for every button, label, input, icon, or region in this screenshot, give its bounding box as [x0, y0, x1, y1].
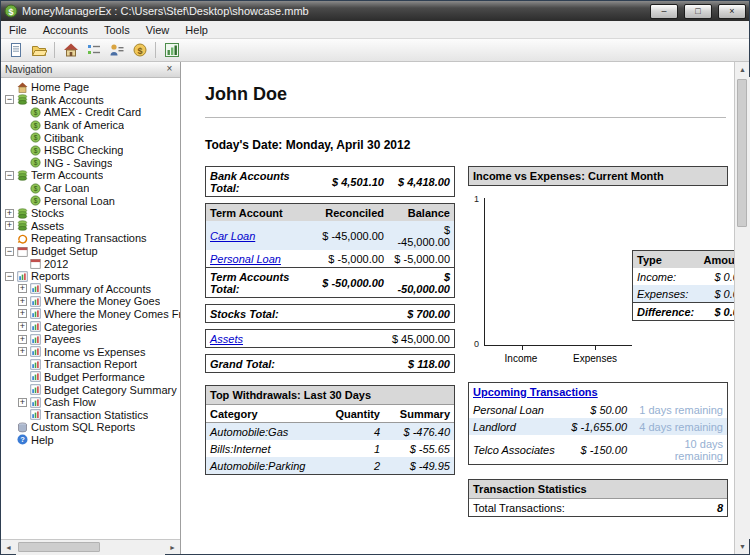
term-accounts-box: Term Account Reconciled Balance Car Loan… [205, 203, 455, 298]
menu-accounts[interactable]: Accounts [35, 22, 96, 38]
assets-table: Assets $ 45,000.00 [206, 330, 454, 347]
tree-item-citibank[interactable]: $Citibank [5, 131, 180, 144]
x-axis-label-income: Income [484, 353, 558, 364]
term-account-link[interactable]: Car Loan [210, 230, 255, 242]
tree-item-label: Stocks [31, 207, 64, 219]
tree-item-2012[interactable]: 2012 [5, 257, 180, 270]
general-reports-icon [164, 42, 180, 58]
scroll-left-icon[interactable]: ◄ [1, 540, 16, 555]
tree-expander-icon[interactable]: + [18, 347, 27, 356]
menu-file[interactable]: File [1, 22, 35, 38]
tree-item-term-accounts[interactable]: −Term Accounts [5, 169, 180, 182]
panel-close-icon[interactable]: × [163, 63, 176, 76]
total-transactions-label: Total Transactions: [469, 499, 695, 516]
tree-expander-icon[interactable]: + [18, 284, 27, 293]
tree-item-label: Categories [44, 321, 97, 333]
general-reports-button[interactable] [160, 40, 183, 61]
home-page-button[interactable] [59, 40, 82, 61]
tree-item-help[interactable]: ?Help [5, 434, 180, 447]
tree-item-label: Budget Setup [31, 245, 98, 257]
menu-help[interactable]: Help [177, 22, 216, 38]
nav-hscroll-track[interactable] [16, 540, 165, 555]
tree-item-label: Cash Flow [44, 396, 96, 408]
close-button[interactable]: × [718, 4, 746, 19]
tree-expander-icon[interactable]: + [18, 398, 27, 407]
maximize-button[interactable]: □ [684, 4, 712, 19]
tree-expander-icon[interactable]: + [5, 209, 14, 218]
withdrawal-category: Automobile:Gas [206, 423, 328, 441]
tree-item-repeating-transactions[interactable]: Repeating Transactions [5, 232, 180, 245]
tree-item-bank-of-america[interactable]: $Bank of America [5, 119, 180, 132]
organize-payees-button[interactable] [105, 40, 128, 61]
tree-item-assets[interactable]: +Assets [5, 220, 180, 233]
tree-item-budget-performance[interactable]: Budget Performance [5, 371, 180, 384]
tree-item-hsbc-checking[interactable]: $HSBC Checking [5, 144, 180, 157]
column-header: Category [206, 405, 328, 423]
upcoming-transactions-link[interactable]: Upcoming Transactions [473, 386, 598, 398]
main-vertical-scrollbar[interactable]: ▲ ▼ [734, 62, 749, 554]
tree-item-home-page[interactable]: Home Page [5, 81, 180, 94]
tree-item-car-loan[interactable]: $Car Loan [5, 182, 180, 195]
tree-expander-icon[interactable]: − [5, 171, 14, 180]
bank-accounts-total-table: Bank Accounts Total: $ 4,501.10 $ 4,418.… [206, 167, 454, 196]
tree-item-label: Assets [31, 220, 64, 232]
organize-currency-button[interactable]: $ [128, 40, 151, 61]
difference-value: $ 0.00 [699, 303, 734, 321]
withdrawal-quantity: 4 [328, 423, 384, 441]
withdrawal-quantity: 2 [328, 457, 384, 474]
tree-item-label: Income vs Expenses [44, 346, 146, 358]
tree-expander-icon[interactable]: + [18, 322, 27, 331]
tree-item-income-vs-expenses[interactable]: +Income vs Expenses [5, 345, 180, 358]
income-expenses-title: Income vs Expenses: Current Month [469, 167, 727, 185]
scroll-down-icon[interactable]: ▼ [735, 539, 750, 554]
tree-expander-icon[interactable]: + [18, 309, 27, 318]
tree-item-budget-setup[interactable]: −Budget Setup [5, 245, 180, 258]
scroll-up-icon[interactable]: ▲ [735, 62, 750, 77]
tree-item-budget-category-summary[interactable]: Budget Category Summary [5, 383, 180, 396]
tree-item-label: Transaction Statistics [44, 409, 148, 421]
menu-tools[interactable]: Tools [96, 22, 138, 38]
tree-expander-icon[interactable]: − [5, 95, 14, 104]
top-withdrawals-box: Top Withdrawals: Last 30 Days Category Q… [205, 385, 455, 475]
tree-item-where-the-money-comes-from[interactable]: +Where the Money Comes From [5, 308, 180, 321]
home-icon [17, 82, 28, 93]
organize-categories-button[interactable] [82, 40, 105, 61]
main-vscroll-thumb[interactable] [737, 79, 747, 227]
new-database-button[interactable] [4, 40, 27, 61]
tree-item-payees[interactable]: +Payees [5, 333, 180, 346]
tree-item-ing-savings[interactable]: $ING - Savings [5, 157, 180, 170]
tree-item-reports[interactable]: −Reports [5, 270, 180, 283]
menu-view[interactable]: View [138, 22, 178, 38]
tree-expander-icon[interactable]: + [5, 221, 14, 230]
tree-item-stocks[interactable]: +Stocks [5, 207, 180, 220]
tree-item-custom-sql-reports[interactable]: Custom SQL Reports [5, 421, 180, 434]
minimize-button[interactable]: – [650, 4, 678, 19]
column-header: Type [633, 251, 699, 268]
tree-item-amex-credit-card[interactable]: $AMEX - Credit Card [5, 106, 180, 119]
open-database-button[interactable] [27, 40, 50, 61]
tree-item-summary-of-accounts[interactable]: +Summary of Accounts [5, 283, 180, 296]
right-column: Income vs Expenses: Current Month 1 0 [468, 166, 728, 523]
svg-text:$: $ [34, 197, 38, 204]
withdrawal-quantity: 1 [328, 440, 384, 457]
tree-item-where-the-money-goes[interactable]: +Where the Money Goes [5, 295, 180, 308]
tree-item-transaction-statistics[interactable]: Transaction Statistics [5, 408, 180, 421]
tree-expander-icon[interactable]: + [18, 297, 27, 306]
term-accounts-table: Term Account Reconciled Balance Car Loan… [206, 204, 454, 297]
tree-item-transaction-report[interactable]: Transaction Report [5, 358, 180, 371]
tree-expander-icon[interactable]: − [5, 247, 14, 256]
transaction-statistics-table: Total Transactions: 8 [469, 499, 727, 516]
term-account-link[interactable]: Personal Loan [210, 253, 281, 265]
main-vscroll-track[interactable] [735, 77, 750, 539]
tree-expander-icon[interactable]: − [5, 272, 14, 281]
assets-link[interactable]: Assets [210, 333, 243, 345]
tree-item-categories[interactable]: +Categories [5, 320, 180, 333]
assets-cell: Assets [206, 330, 301, 347]
tree-item-bank-accounts[interactable]: −Bank Accounts [5, 94, 180, 107]
scroll-right-icon[interactable]: ► [165, 540, 180, 555]
tree-expander-icon[interactable]: + [18, 335, 27, 344]
tree-item-cash-flow[interactable]: +Cash Flow [5, 396, 180, 409]
nav-hscroll-thumb[interactable] [18, 542, 100, 552]
nav-horizontal-scrollbar[interactable]: ◄ ► [1, 539, 180, 554]
tree-item-personal-loan[interactable]: $Personal Loan [5, 194, 180, 207]
